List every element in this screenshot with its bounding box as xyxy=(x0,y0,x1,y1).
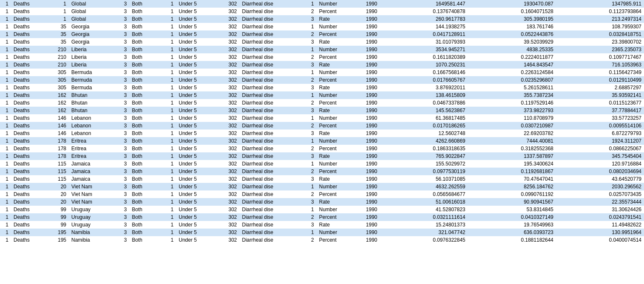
table-cell: Both xyxy=(130,183,157,190)
table-row: 1Deaths210Liberia3Both1Under 5302Diarrhe… xyxy=(0,53,644,61)
table-cell: 1 xyxy=(0,190,11,198)
table-cell: Diarrheal dise xyxy=(240,0,306,8)
table-cell: Namibia xyxy=(69,236,119,244)
table-row: 1Deaths35Georgia3Both1Under 5302Diarrhea… xyxy=(0,38,644,46)
table-cell: Diarrheal dise xyxy=(240,175,306,183)
table-row: 1Deaths162Bhutan3Both1Under 5302Diarrhea… xyxy=(0,99,644,107)
table-cell: Rate xyxy=(317,221,355,229)
table-cell: Under 5 xyxy=(176,46,220,53)
table-cell: 302 xyxy=(220,206,240,213)
table-cell: 305 xyxy=(50,69,69,76)
table-cell: Jamaica xyxy=(69,160,119,168)
table-row: 1Deaths146Lebanon3Both1Under 5302Diarrhe… xyxy=(0,130,644,137)
table-cell: Deaths xyxy=(11,213,50,221)
table-cell: 1 xyxy=(157,8,177,15)
table-cell: 302 xyxy=(220,213,240,221)
table-cell: 31.30624426 xyxy=(556,206,644,213)
table-cell: Bhutan xyxy=(69,99,119,107)
table-cell: 2 xyxy=(306,30,317,38)
table-row: 1Deaths115Jamaica3Both1Under 5302Diarrhe… xyxy=(0,168,644,175)
table-cell: 1990 xyxy=(355,213,380,221)
table-cell: Diarrheal dise xyxy=(240,206,306,213)
table-cell: Deaths xyxy=(11,206,50,213)
table-cell: Under 5 xyxy=(176,190,220,198)
table-cell: Uruguay xyxy=(69,221,119,229)
table-cell: Diarrheal dise xyxy=(240,23,306,30)
table-cell: 302 xyxy=(220,221,240,229)
table-cell: 0.1123793864 xyxy=(556,8,644,15)
table-cell: Both xyxy=(130,23,157,30)
table-cell: 3 xyxy=(119,30,130,38)
table-cell: 1337.587897 xyxy=(468,152,556,160)
table-cell: 302 xyxy=(220,145,240,152)
table-cell: Percent xyxy=(317,30,355,38)
table-cell: 3 xyxy=(119,122,130,130)
table-cell: Deaths xyxy=(11,30,50,38)
table-cell: 0.0095514106 xyxy=(556,122,644,130)
table-cell: 3 xyxy=(306,198,317,206)
table-cell: 0.1611820389 xyxy=(380,53,468,61)
table-row: 1Deaths99Uruguay3Both1Under 5302Diarrhea… xyxy=(0,221,644,229)
table-cell: Deaths xyxy=(11,23,50,30)
table-cell: Viet Nam xyxy=(69,183,119,190)
table-cell: Deaths xyxy=(11,198,50,206)
table-cell: 3 xyxy=(119,84,130,91)
table-cell: 195 xyxy=(50,229,69,236)
table-cell: Diarrheal dise xyxy=(240,15,306,23)
table-cell: 1 xyxy=(157,145,177,152)
table-cell: Both xyxy=(130,61,157,69)
table-cell: 302 xyxy=(220,84,240,91)
table-cell: 1990 xyxy=(355,122,380,130)
table-row: 1Deaths305Bermuda3Both1Under 5302Diarrhe… xyxy=(0,84,644,91)
table-cell: 0.1197529146 xyxy=(468,99,556,107)
table-cell: Diarrheal dise xyxy=(240,8,306,15)
table-cell: 1 xyxy=(157,69,177,76)
table-cell: 1 xyxy=(157,84,177,91)
table-cell: 1990 xyxy=(355,206,380,213)
table-cell: 3 xyxy=(119,236,130,244)
table-cell: 3 xyxy=(119,114,130,122)
table-cell: Under 5 xyxy=(176,61,220,69)
table-cell: 1 xyxy=(306,114,317,122)
table-cell: 716.1053963 xyxy=(556,61,644,69)
table-cell: Deaths xyxy=(11,15,50,23)
table-cell: 2 xyxy=(306,236,317,244)
table-cell: Diarrheal dise xyxy=(240,30,306,38)
table-cell: Eritrea xyxy=(69,145,119,152)
table-cell: Under 5 xyxy=(176,198,220,206)
table-cell: Diarrheal dise xyxy=(240,236,306,244)
table-cell: Percent xyxy=(317,190,355,198)
table-cell: 1990 xyxy=(355,38,380,46)
table-cell: Both xyxy=(130,8,157,15)
table-cell: 0.0235296807 xyxy=(468,76,556,84)
table-cell: 3 xyxy=(119,38,130,46)
table-cell: 2 xyxy=(306,122,317,130)
table-cell: 1070.250231 xyxy=(380,61,468,69)
table-row: 1Deaths146Lebanon3Both1Under 5302Diarrhe… xyxy=(0,114,644,122)
table-cell: 35 xyxy=(50,30,69,38)
table-cell: Both xyxy=(130,15,157,23)
table-cell: 302 xyxy=(220,236,240,244)
table-row: 1Deaths210Liberia3Both1Under 5302Diarrhe… xyxy=(0,61,644,69)
table-cell: 1990 xyxy=(355,114,380,122)
table-cell: 302 xyxy=(220,8,240,15)
table-cell: 20 xyxy=(50,183,69,190)
table-cell: Deaths xyxy=(11,145,50,152)
table-cell: Rate xyxy=(317,130,355,137)
table-cell: Under 5 xyxy=(176,84,220,91)
table-cell: Percent xyxy=(317,76,355,84)
table-row: 1Deaths178Eritrea3Both1Under 5302Diarrhe… xyxy=(0,145,644,152)
table-row: 1Deaths210Liberia3Both1Under 5302Diarrhe… xyxy=(0,46,644,53)
table-row: 1Deaths115Jamaica3Both1Under 5302Diarrhe… xyxy=(0,175,644,183)
table-cell: 3 xyxy=(119,137,130,145)
table-cell: 302 xyxy=(220,38,240,46)
table-cell: Rate xyxy=(317,198,355,206)
table-cell: 2 xyxy=(306,213,317,221)
table-cell: 1 xyxy=(50,8,69,15)
table-cell: Percent xyxy=(317,122,355,130)
table-cell: 1990 xyxy=(355,76,380,84)
table-cell: Lebanon xyxy=(69,130,119,137)
table-cell: 1464.843547 xyxy=(468,61,556,69)
table-cell: 1990 xyxy=(355,190,380,198)
table-cell: Eritrea xyxy=(69,137,119,145)
